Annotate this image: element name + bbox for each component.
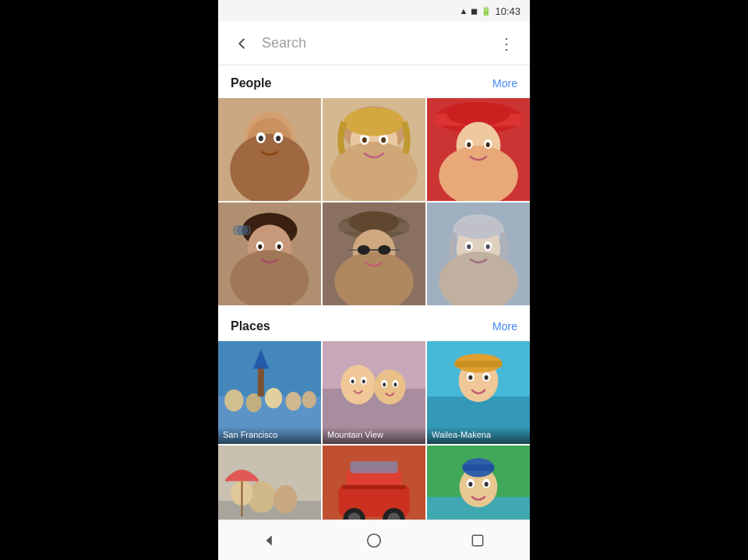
person-cell-2[interactable] [323,98,425,201]
search-bar: Search ⋮ [218,22,530,65]
svg-point-34 [277,245,281,249]
place-cell-wm[interactable]: Wailea-Makena [427,341,530,444]
svg-point-54 [467,245,471,249]
svg-point-62 [285,392,301,410]
person-cell-1[interactable] [218,98,321,201]
places-grid-row1: San Francisco [218,341,530,446]
people-grid-row1 [218,98,530,203]
svg-point-44 [378,245,390,255]
status-icons: ▲ ◼ 🔋 10:43 [460,5,520,17]
person-photo-6 [427,203,530,305]
svg-point-83 [468,375,472,380]
people-title: People [231,76,271,90]
place-cell-sf[interactable]: San Francisco [218,341,321,444]
svg-point-112 [368,534,381,547]
svg-point-69 [374,370,406,405]
wifi-icon: ▲ [460,6,468,16]
status-time: 10:43 [495,5,520,17]
menu-button[interactable]: ⋮ [492,30,520,58]
svg-point-16 [344,107,404,136]
place-label-mv: Mountain View [323,427,425,444]
svg-point-84 [485,375,489,380]
svg-point-55 [486,245,490,249]
svg-point-25 [467,143,471,147]
people-section-header: People More [218,65,530,98]
svg-point-14 [362,137,367,143]
svg-point-109 [468,482,472,487]
svg-point-15 [381,137,386,143]
svg-point-26 [486,143,490,147]
person-cell-5[interactable] [323,203,425,305]
phone-container: ▲ ◼ 🔋 10:43 Search ⋮ People More [218,0,530,560]
svg-point-56 [455,217,503,238]
svg-rect-101 [351,461,398,473]
person-photo-2 [323,98,425,201]
back-button[interactable] [228,30,256,58]
places-title: Places [231,319,270,333]
back-nav-button[interactable] [256,527,284,555]
recents-nav-button[interactable] [464,527,492,555]
svg-point-77 [393,382,397,386]
place-label-wm: Wailea-Makena [427,427,530,444]
svg-rect-86 [455,361,503,367]
battery-icon: 🔋 [481,6,492,16]
search-placeholder[interactable]: Search [262,35,486,51]
scroll-content: People More [218,65,530,519]
svg-point-7 [276,136,280,141]
svg-rect-113 [473,535,483,545]
places-grid-row2 [218,446,530,519]
more-icon: ⋮ [499,34,514,53]
person-cell-4[interactable] [218,203,321,305]
person-photo-5 [323,203,425,305]
person-photo-4 [218,203,321,305]
svg-rect-100 [342,485,405,489]
person-cell-3[interactable] [427,98,530,201]
places-section-header: Places More [218,308,530,341]
place-cell-extra2[interactable] [323,446,425,519]
place-photo-extra2 [323,446,425,519]
svg-point-6 [259,136,263,141]
svg-point-110 [485,482,489,487]
place-cell-extra3[interactable] [427,446,530,519]
svg-point-68 [340,365,376,404]
status-bar: ▲ ◼ 🔋 10:43 [218,0,530,22]
places-more-link[interactable]: More [492,320,517,333]
svg-point-61 [265,388,282,408]
svg-rect-64 [258,365,264,396]
place-label-sf: San Francisco [218,427,321,444]
home-nav-button[interactable] [360,527,388,555]
svg-rect-106 [463,464,495,470]
people-grid-row2 [218,203,530,307]
place-photo-extra1 [218,446,321,519]
place-cell-extra1[interactable] [218,446,321,519]
svg-point-72 [351,379,355,383]
place-photo-extra3 [427,446,530,519]
svg-point-43 [358,245,370,255]
person-photo-3 [427,98,530,201]
svg-point-35 [235,226,248,234]
svg-point-73 [362,379,365,383]
signal-icon: ◼ [471,6,478,16]
nav-bar [218,519,530,560]
svg-marker-111 [266,535,271,545]
people-more-link[interactable]: More [492,77,517,90]
person-photo-1 [218,98,321,201]
svg-point-59 [224,389,243,411]
place-cell-mv[interactable]: Mountain View [323,341,425,444]
svg-point-76 [383,382,386,386]
svg-point-63 [302,391,316,408]
svg-point-90 [273,485,297,514]
person-cell-6[interactable] [427,203,530,305]
svg-point-33 [258,245,262,249]
